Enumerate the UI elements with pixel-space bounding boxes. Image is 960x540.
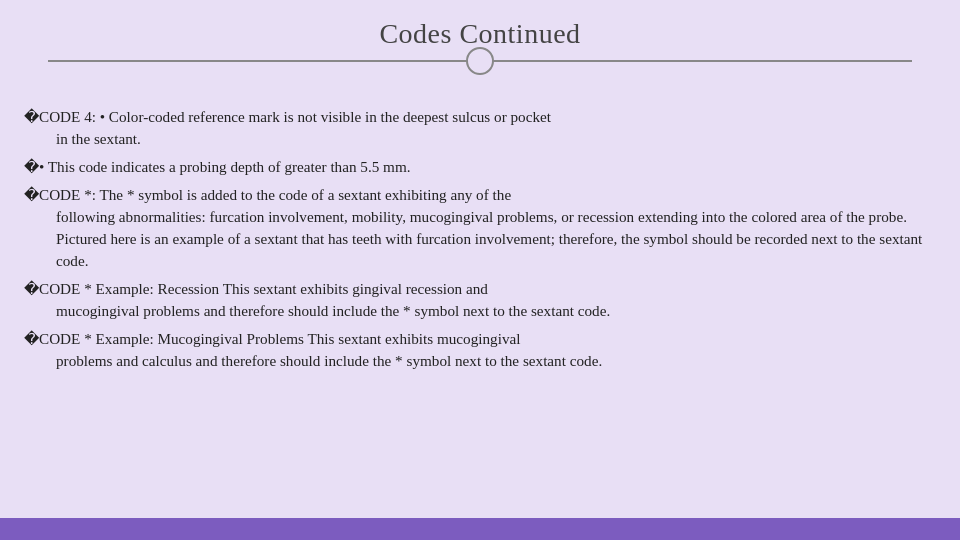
circle-decoration (466, 47, 494, 75)
item4-prefix: � (24, 280, 39, 297)
item2-text: • This code indicates a probing depth of… (39, 158, 411, 175)
content-item-2: �• This code indicates a probing depth o… (24, 156, 936, 178)
item1-main: CODE 4: • Color-coded reference mark is … (39, 108, 551, 125)
content-item-3: �CODE *: The * symbol is added to the co… (24, 184, 936, 272)
item4-indent: mucogingival problems and therefore shou… (24, 300, 936, 322)
bottom-bar (0, 518, 960, 540)
item3-indent: following abnormalities: furcation invol… (24, 206, 936, 272)
header: Codes Continued (0, 0, 960, 98)
item3-main: CODE *: The * symbol is added to the cod… (39, 186, 511, 203)
item4-main: CODE * Example: Recession This sextant e… (39, 280, 488, 297)
slide: Codes Continued �CODE 4: • Color-coded r… (0, 0, 960, 540)
item5-indent: problems and calculus and therefore shou… (24, 350, 936, 372)
item2-prefix: � (24, 158, 39, 175)
item1-prefix: � (24, 108, 39, 125)
slide-title: Codes Continued (379, 18, 580, 50)
item1-indent: in the sextant. (24, 128, 936, 150)
content-item-4: �CODE * Example: Recession This sextant … (24, 278, 936, 322)
content-item-1: �CODE 4: • Color-coded reference mark is… (24, 106, 936, 150)
content-item-5: �CODE * Example: Mucogingival Problems T… (24, 328, 936, 372)
item5-main: CODE * Example: Mucogingival Problems Th… (39, 330, 520, 347)
item3-prefix: � (24, 186, 39, 203)
item5-prefix: � (24, 330, 39, 347)
content-area: �CODE 4: • Color-coded reference mark is… (0, 98, 960, 540)
